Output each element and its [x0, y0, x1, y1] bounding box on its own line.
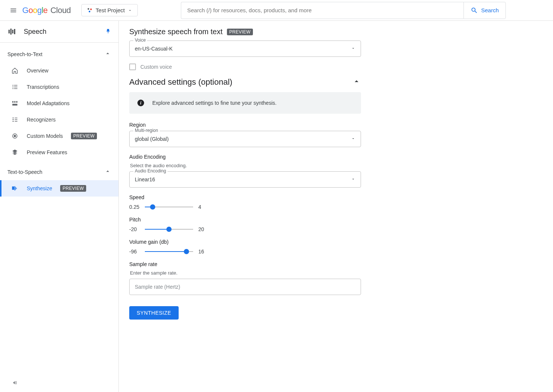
- project-name: Test Project: [96, 7, 125, 13]
- main-content: Synthesize speech from text PREVIEW Voic…: [119, 21, 553, 392]
- svg-rect-3: [9, 30, 10, 33]
- sample-rate-input[interactable]: [129, 279, 361, 295]
- voice-select[interactable]: Voice en-US-Casual-K: [129, 41, 361, 57]
- section-text-to-speech[interactable]: Text-to-Speech: [0, 163, 118, 180]
- search-button[interactable]: Search: [463, 2, 506, 19]
- section-speech-to-text[interactable]: Speech-to-Text: [0, 46, 118, 62]
- section-label: Text-to-Speech: [7, 169, 42, 175]
- pitch-slider-thumb[interactable]: [166, 227, 172, 232]
- nav-item-transcriptions[interactable]: Transcriptions: [0, 79, 118, 95]
- audio-encoding-help: Select the audio encoding.: [130, 163, 360, 168]
- volume-slider[interactable]: [145, 251, 193, 252]
- nav-item-recognizers[interactable]: Recognizers: [0, 111, 118, 128]
- custom-voice-label: Custom voice: [140, 64, 172, 70]
- pitch-label: Pitch: [129, 217, 361, 223]
- voice-select-value: en-US-Casual-K: [135, 46, 351, 52]
- nav-label: Preview Features: [27, 149, 67, 155]
- volume-label: Volume gain (db): [129, 239, 361, 245]
- nav-item-model-adaptations[interactable]: Model Adaptations: [0, 95, 118, 111]
- scope-icon: [87, 7, 93, 13]
- top-header: Google Cloud Test Project Search: [0, 0, 553, 21]
- speed-max: 4: [198, 204, 206, 210]
- custom-voice-checkbox[interactable]: [129, 64, 136, 70]
- nav-menu-button[interactable]: [6, 3, 21, 18]
- chevron-down-icon: [351, 136, 355, 142]
- collapse-advanced-button[interactable]: [352, 77, 361, 87]
- collapse-sidebar-button[interactable]: [10, 379, 18, 388]
- synthesize-button[interactable]: SYNTHESIZE: [129, 306, 179, 320]
- svg-rect-9: [16, 101, 17, 103]
- chevron-up-icon: [104, 50, 111, 58]
- nav-label: Transcriptions: [27, 84, 59, 90]
- volume-min: -96: [129, 249, 140, 255]
- advanced-settings-header: Advanced settings (optional): [129, 77, 352, 87]
- pitch-slider[interactable]: [145, 229, 193, 230]
- region-label: Region: [129, 122, 361, 128]
- search-button-label: Search: [481, 7, 499, 13]
- chevron-down-icon: [351, 176, 355, 182]
- audio-encoding-select-label: Audio Encoding: [133, 168, 167, 174]
- chevron-up-icon: [104, 168, 111, 176]
- nav-label: Recognizers: [27, 117, 56, 123]
- section-label: Speech-to-Text: [7, 51, 42, 57]
- info-banner: i Explore advanced settings to fine tune…: [129, 92, 361, 114]
- multiregion-select-label: Multi-region: [133, 128, 160, 133]
- recognizers-icon: [12, 116, 18, 123]
- audio-encoding-label: Audio Encoding: [129, 154, 361, 160]
- layers-icon: [12, 149, 18, 156]
- collapse-icon: [10, 379, 18, 386]
- multiregion-select[interactable]: Multi-region global (Global): [129, 131, 361, 147]
- preview-badge: PREVIEW: [227, 29, 253, 35]
- speech-product-icon: [7, 27, 16, 36]
- speed-label: Speed: [129, 194, 361, 200]
- svg-rect-8: [14, 101, 16, 103]
- svg-rect-10: [12, 104, 17, 106]
- search-bar: Search: [181, 2, 506, 19]
- volume-slider-thumb[interactable]: [184, 249, 189, 254]
- multiregion-select-value: global (Global): [135, 136, 351, 142]
- nav-item-custom-models[interactable]: Custom Models PREVIEW: [0, 128, 118, 144]
- svg-point-2: [88, 10, 90, 12]
- google-cloud-logo[interactable]: Google Cloud: [22, 6, 71, 15]
- nav-label: Overview: [27, 68, 48, 74]
- svg-point-0: [87, 8, 89, 9]
- info-text: Explore advanced settings to fine tune y…: [152, 100, 277, 106]
- list-icon: [12, 84, 18, 90]
- nav-label: Custom Models: [27, 133, 63, 139]
- sidebar-title: Speech: [24, 28, 105, 36]
- speed-slider-thumb[interactable]: [150, 204, 155, 210]
- svg-rect-5: [12, 30, 13, 33]
- page-title: Synthesize speech from text: [129, 27, 222, 36]
- preview-badge: PREVIEW: [60, 185, 86, 192]
- svg-rect-7: [12, 101, 13, 103]
- project-picker[interactable]: Test Project: [81, 4, 138, 16]
- voice-select-label: Voice: [133, 38, 147, 43]
- svg-rect-6: [14, 29, 15, 34]
- sidebar: Speech Speech-to-Text Overview Transcrip…: [0, 21, 119, 392]
- volume-max: 16: [198, 249, 206, 255]
- home-icon: [12, 67, 18, 74]
- svg-rect-4: [10, 29, 12, 35]
- speed-slider[interactable]: [145, 207, 193, 207]
- pitch-min: -20: [129, 226, 140, 232]
- speed-min: 0.25: [129, 204, 140, 210]
- audio-encoding-select[interactable]: Audio Encoding Linear16: [129, 171, 361, 188]
- synthesize-icon: [12, 185, 18, 192]
- search-icon: [471, 7, 478, 14]
- sample-rate-label: Sample rate: [129, 261, 361, 267]
- sidebar-title-row: Speech: [0, 21, 118, 43]
- audio-encoding-select-value: Linear16: [135, 176, 351, 182]
- chevron-up-icon: [352, 77, 361, 86]
- adaptation-icon: [12, 100, 18, 107]
- pin-button[interactable]: [105, 28, 111, 35]
- search-input[interactable]: [181, 2, 463, 19]
- nav-item-synthesize[interactable]: Synthesize PREVIEW: [0, 180, 118, 197]
- nav-label: Synthesize: [27, 185, 52, 191]
- nav-item-preview-features[interactable]: Preview Features: [0, 144, 118, 161]
- preview-badge: PREVIEW: [71, 133, 97, 139]
- hamburger-icon: [10, 7, 17, 14]
- chevron-down-icon: [351, 46, 355, 52]
- nav-item-overview[interactable]: Overview: [0, 62, 118, 79]
- nav-label: Model Adaptations: [27, 100, 69, 106]
- model-icon: [12, 133, 18, 139]
